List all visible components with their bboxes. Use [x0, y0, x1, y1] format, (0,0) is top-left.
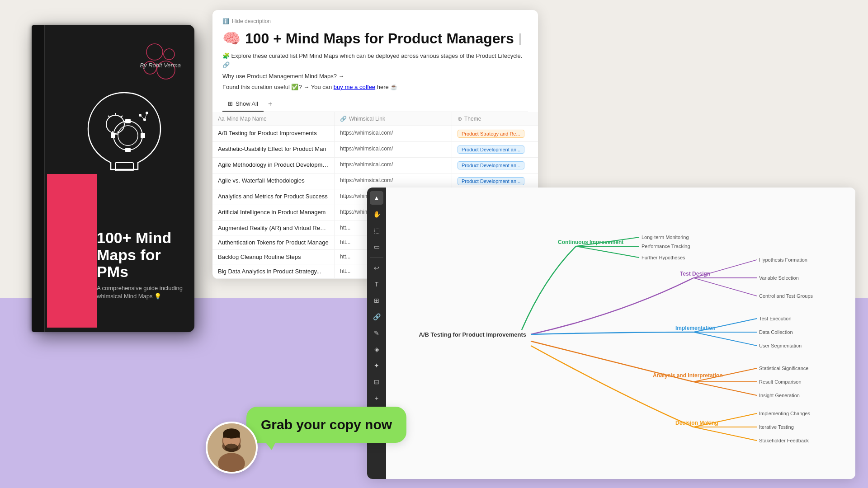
notion-desc: 🧩 Explore these curated list PM Mind Map… [222, 52, 528, 69]
row-name: Analytics and Metrics for Product Succes… [212, 189, 335, 205]
notion-desc2: Why use Product Management Mind Maps? → [222, 72, 528, 81]
avatar [206, 422, 258, 474]
book-container: By Rohit Verma [32, 25, 203, 350]
theme-tag: Product Development an... [458, 161, 524, 169]
row-name: Artificial Intelligence in Product Manag… [212, 205, 335, 221]
row-link[interactable]: https://whimsical.com/ [335, 126, 452, 141]
row-theme: Product Strategy and Re... [452, 126, 538, 141]
theme-icon: ⊕ [458, 116, 462, 122]
child-test-execution: Test Execution [759, 316, 792, 321]
head-illustration [65, 70, 183, 188]
child-iterative: Iterative Testing [759, 424, 794, 430]
child-data-collection: Data Collection [759, 329, 793, 335]
table-row[interactable]: Agile Methodology in Product Developmen … [212, 158, 538, 174]
notion-title: 🧠 100 + Mind Maps for Product Managers | [222, 30, 528, 47]
center-node-label: A/B Testing for Product Improvements [419, 331, 526, 338]
rectangle-tool[interactable]: ▭ [370, 240, 383, 253]
child-result: Result Comparison [759, 379, 802, 385]
svg-point-6 [118, 126, 138, 145]
row-link[interactable]: https://whimsical.com/ [335, 174, 452, 189]
add-view-button[interactable]: + [265, 100, 275, 108]
row-link[interactable]: https://whimsical.com/ [335, 142, 452, 157]
whimsical-panel: ▲ ✋ ⬚ ▭ ↩ T ⊞ 🔗 ✎ ◈ ✦ ⊟ + A/B Testing fo… [367, 188, 855, 479]
child-further: Further Hypotheses [642, 255, 685, 260]
row-theme: Product Development an... [452, 158, 538, 173]
hand-tool[interactable]: ✋ [370, 207, 383, 221]
child-user-seg: User Segmentation [759, 343, 802, 348]
row-name: Agile Methodology in Product Developmen [212, 158, 335, 173]
svg-rect-10 [141, 133, 145, 138]
svg-point-11 [106, 115, 124, 133]
row-name: Authentication Tokens for Product Manage [212, 235, 335, 249]
child-longterm: Long-term Monitoring [642, 235, 689, 240]
notion-title-text: 100 + Mind Maps for Product Managers [245, 30, 514, 47]
branch-test-design: Test Design [680, 271, 710, 277]
grab-copy-label: Grab your copy now [261, 417, 392, 432]
row-link[interactable]: https://whimsical.com/ [335, 158, 452, 173]
notion-header: ℹ️ Hide description 🧠 100 + Mind Maps fo… [212, 10, 538, 90]
text-icon: Aa [218, 116, 225, 122]
svg-rect-8 [125, 148, 131, 152]
svg-line-19 [145, 113, 147, 120]
frame-tool[interactable]: ⬚ [370, 224, 383, 237]
row-name: Augmented Reality (AR) and Virtual Reali… [212, 221, 335, 235]
row-name: Backlog Cleanup Routine Steps [212, 250, 335, 264]
brain-emoji: 🧠 [222, 30, 241, 47]
theme-tag: Product Development an... [458, 145, 524, 154]
svg-line-14 [121, 116, 123, 117]
show-all-label: Show All [236, 100, 258, 107]
toolbar-divider [370, 257, 383, 258]
grab-copy-bubble[interactable]: Grab your copy now [246, 407, 406, 443]
svg-point-23 [218, 453, 245, 474]
theme-tag: Product Development an... [458, 177, 524, 185]
buy-coffee-link[interactable]: buy me a coffee [334, 84, 375, 90]
info-icon: ℹ️ [222, 18, 229, 24]
col-header-name: Aa Mind Map Name [212, 112, 335, 126]
table-row[interactable]: Agile vs. Waterfall Methodologies https:… [212, 174, 538, 189]
branch-analysis: Analysis and Interpretation [653, 372, 723, 379]
shapes-tool[interactable]: ◈ [370, 343, 383, 356]
row-name: Agile vs. Waterfall Methodologies [212, 174, 335, 189]
show-all-bar: ⊞ Show All + [222, 97, 528, 112]
svg-line-18 [140, 115, 145, 120]
hide-description[interactable]: ℹ️ Hide description [222, 18, 528, 24]
branch-decision: Decision Making [675, 420, 718, 426]
cursor-tool[interactable]: ▲ [370, 191, 383, 205]
child-statistical: Statistical Significance [759, 366, 808, 371]
table-tool[interactable]: ⊟ [370, 375, 383, 389]
svg-rect-26 [223, 433, 240, 437]
child-stakeholder: Stakeholder Feedback [759, 438, 809, 443]
grid-tool[interactable]: ⊞ [370, 294, 383, 307]
magic-tool[interactable]: ✦ [370, 359, 383, 372]
row-name: Big Data Analytics in Product Strategy..… [212, 264, 335, 278]
add-tool[interactable]: + [370, 391, 383, 405]
pencil-tool[interactable]: ✎ [370, 326, 383, 340]
book-emoji: 💡 [154, 293, 161, 300]
book-author: By Rohit Verma [140, 62, 181, 69]
child-perf: Performance Tracking [642, 244, 690, 249]
mindmap-svg: A/B Testing for Product Improvements Tes… [386, 188, 855, 479]
svg-point-0 [146, 44, 163, 60]
table-icon: ⊞ [228, 100, 233, 107]
cursor-indicator: | [519, 31, 522, 46]
svg-line-13 [108, 116, 110, 117]
child-control: Control and Test Groups [759, 293, 813, 299]
table-row[interactable]: A/B Testing for Product Improvements htt… [212, 126, 538, 142]
row-theme: Product Development an... [452, 142, 538, 157]
table-header: Aa Mind Map Name 🔗 Whimsical Link ⊕ Them… [212, 112, 538, 126]
svg-rect-7 [125, 119, 131, 123]
show-all-tab[interactable]: ⊞ Show All [222, 97, 264, 112]
book-subtitle: A comprehensive guide includingwhimsical… [97, 284, 185, 300]
child-insight: Insight Generation [759, 393, 800, 398]
undo-tool[interactable]: ↩ [370, 261, 383, 275]
col-header-link: 🔗 Whimsical Link [335, 112, 452, 126]
text-tool[interactable]: T [370, 277, 383, 291]
svg-point-1 [164, 49, 175, 60]
table-row[interactable]: Aesthetic-Usability Effect for Product M… [212, 142, 538, 158]
theme-tag: Product Strategy and Re... [458, 130, 524, 138]
book-title-area: 100+ MindMaps forPMs A comprehensive gui… [97, 230, 185, 300]
child-variable: Variable Selection [759, 275, 799, 281]
book-title: 100+ MindMaps forPMs [97, 230, 185, 280]
link-icon: 🔗 [340, 116, 347, 122]
link-tool[interactable]: 🔗 [370, 310, 383, 324]
